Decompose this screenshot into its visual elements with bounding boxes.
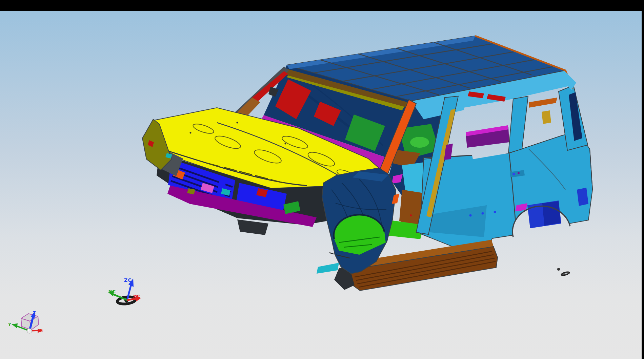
wheelhouse-highlight (410, 137, 429, 148)
abs-origin-highlight (28, 329, 29, 331)
door-rivet-2 (482, 212, 484, 215)
hood-fastener-3 (285, 143, 286, 145)
quarter-striker-plate[interactable] (542, 110, 551, 124)
abs-y-label: Y (8, 322, 11, 327)
abs-z-label: Z (33, 311, 36, 315)
door-handle-latch (512, 173, 515, 175)
debris-fastener[interactable] (557, 268, 560, 271)
hood-fastener-1 (237, 122, 238, 124)
door-rivet-1 (469, 214, 472, 217)
3d-viewport[interactable]: ZC YC XC Z Y X (0, 0, 644, 359)
wcs-z-label: ZC (124, 277, 132, 283)
door-lock-cylinder (518, 172, 520, 174)
wcs-x-label: XC (133, 294, 141, 299)
hood-fastener-2 (190, 132, 192, 134)
rear-frame-bracket[interactable] (577, 188, 588, 206)
wcs-y-label: YC (108, 289, 116, 294)
rear-suspension-bracket-shade (542, 201, 561, 226)
door-rivet-3 (494, 211, 496, 213)
floor-fastener (410, 214, 412, 216)
abs-x-label: X (40, 328, 43, 333)
abs-origin-sphere[interactable] (27, 329, 32, 333)
cad-application-window: ZC YC XC Z Y X (0, 0, 644, 359)
